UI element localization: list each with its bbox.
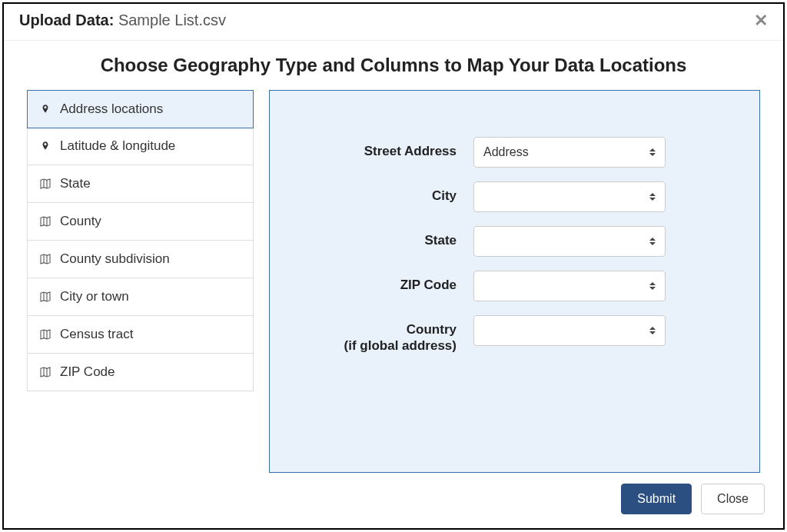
updown-icon [649, 324, 657, 337]
geo-item-label: County subdivision [60, 251, 170, 267]
field-label: Country (if global address) [316, 315, 473, 354]
pin-icon [38, 139, 52, 153]
field-label: State [316, 226, 473, 248]
street-address-select[interactable]: Address [473, 137, 666, 168]
geo-item-census-tract[interactable]: Census tract [28, 316, 253, 354]
city-select[interactable] [473, 181, 666, 212]
geo-item-zip-code[interactable]: ZIP Code [28, 354, 253, 391]
geo-item-lat-lon[interactable]: Latitude & longitude [28, 128, 253, 165]
zipcode-select[interactable] [473, 271, 666, 301]
geography-type-list: Address locations Latitude & longitude S… [27, 90, 254, 391]
geo-item-label: ZIP Code [60, 364, 115, 380]
geo-item-address-locations[interactable]: Address locations [27, 90, 254, 128]
title-prefix: Upload Data: [19, 12, 114, 28]
geo-item-city-or-town[interactable]: City or town [28, 278, 253, 316]
updown-icon [649, 235, 657, 248]
map-icon [38, 328, 52, 341]
map-icon [38, 290, 52, 304]
geo-item-county-subdivision[interactable]: County subdivision [28, 241, 253, 278]
map-icon [38, 214, 52, 228]
form-row-country: Country (if global address) [316, 315, 713, 354]
page-title: Choose Geography Type and Columns to Map… [4, 41, 783, 84]
geo-item-label: Address locations [60, 101, 163, 117]
form-row-street-address: Street Address Address [316, 137, 713, 168]
country-select[interactable] [473, 315, 666, 346]
state-select[interactable] [473, 226, 666, 257]
pin-icon [38, 102, 52, 116]
form-row-state: State [316, 226, 713, 257]
select-value: Address [483, 145, 529, 159]
modal-header: Upload Data: Sample List.csv ✕ [4, 4, 783, 41]
updown-icon [649, 280, 657, 292]
geo-item-label: Census tract [60, 327, 133, 342]
field-label: ZIP Code [316, 271, 473, 293]
close-icon[interactable]: ✕ [754, 12, 768, 29]
modal-footer: Submit Close [4, 473, 783, 528]
geo-item-label: State [60, 176, 91, 191]
modal-title: Upload Data: Sample List.csv [19, 12, 226, 29]
form-row-city: City [316, 181, 713, 212]
upload-data-modal: Upload Data: Sample List.csv ✕ Choose Ge… [2, 2, 785, 530]
map-icon [38, 252, 52, 266]
geo-item-label: County [60, 214, 101, 229]
form-row-zip-code: ZIP Code [316, 271, 713, 301]
mapping-panel: Street Address Address City [269, 90, 760, 473]
geo-item-county[interactable]: County [28, 203, 253, 241]
map-icon [38, 177, 52, 191]
close-button[interactable]: Close [701, 484, 765, 514]
submit-button[interactable]: Submit [621, 484, 692, 514]
geo-item-state[interactable]: State [28, 165, 253, 203]
field-label: Street Address [316, 137, 473, 159]
updown-icon [649, 191, 657, 203]
updown-icon [649, 146, 657, 158]
geo-item-label: Latitude & longitude [60, 138, 175, 154]
content-row: Address locations Latitude & longitude S… [4, 84, 783, 473]
title-filename: Sample List.csv [118, 12, 226, 28]
field-label: City [316, 181, 473, 204]
geo-item-label: City or town [60, 289, 129, 304]
map-icon [38, 365, 52, 379]
